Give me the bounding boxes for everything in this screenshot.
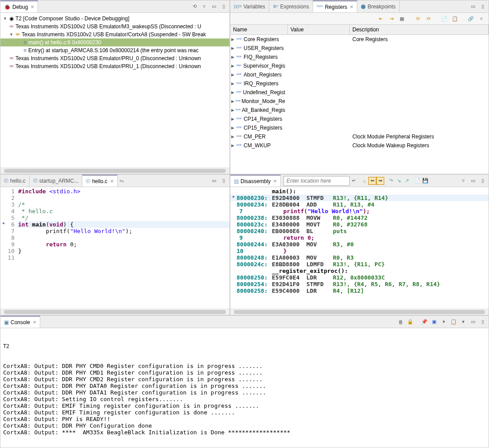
disasm-source-line[interactable]: 9 return 0; [230, 234, 489, 241]
tab-breakpoints[interactable]: ⬤Breakpoints [357, 0, 399, 12]
home-icon[interactable]: ⌂ [360, 177, 368, 185]
scrollbar-horizontal[interactable] [0, 168, 229, 174]
maximize-icon[interactable]: ▯ [479, 318, 487, 326]
maximize-icon[interactable]: ▯ [220, 3, 228, 11]
register-group-row[interactable]: ▶⁰¹⁰¹Supervisor_Regis [230, 61, 489, 70]
register-group-row[interactable]: ▶⁰¹⁰¹Undefined_Regist [230, 88, 489, 97]
debug-root[interactable]: ▼ ◉ T2 [Code Composer Studio - Device De… [0, 15, 229, 23]
disasm-instruction[interactable]: 80000258: E59C4000 LDR R4, [R12] [230, 287, 489, 294]
tree-mode-icon[interactable]: ▦ [397, 14, 406, 23]
code-line[interactable]: 1#include <stdio.h> [0, 188, 229, 195]
minimize-icon[interactable]: ▭ [210, 177, 218, 185]
disasm-source-line[interactable]: 10 } [230, 248, 489, 254]
disasm-instruction[interactable]: 80000240: EB0000E6 BL puts [230, 228, 489, 234]
editor-body[interactable]: 1#include <stdio.h>23/*4 * hello.c5 */◆6… [0, 187, 229, 309]
scrollbar-horizontal[interactable] [0, 309, 229, 315]
debug-thread-item[interactable]: ≡main() at hello.c:6 0x80000230 [0, 38, 229, 46]
expand-all-icon[interactable]: ⇥ [387, 14, 396, 23]
disasm-instruction[interactable]: ◆80000230: E92D4800 STMFD R13!, {R11, R1… [230, 195, 489, 201]
show-list-icon[interactable]: »₁ [118, 177, 126, 185]
register-group-row[interactable]: ▶⁰¹⁰¹FIQ_Registers [230, 53, 489, 61]
code-line[interactable]: 2 [0, 195, 229, 201]
disasm-instruction[interactable]: 80000244: E3A03000 MOV R3, #0 [230, 241, 489, 248]
code-line[interactable]: 11 [0, 254, 229, 261]
disasm-instruction[interactable]: 8000024c: E8BD8800 LDMFD R13!, {R11, PC} [230, 261, 489, 268]
debug-thread-item[interactable]: ⚮Texas Instruments XDS100v2 USB Emulator… [0, 62, 229, 70]
register-group-row[interactable]: ▶⁰¹⁰¹CM_WKUPClock Module Wakeup Register… [230, 141, 489, 150]
refresh-all-icon[interactable]: ⟳ [424, 14, 433, 23]
minimize-icon[interactable]: ▭ [210, 3, 218, 11]
col-value-header[interactable]: Value [288, 25, 350, 34]
register-group-row[interactable]: ▶⁰¹⁰¹IRQ_Registers [230, 79, 489, 88]
register-group-row[interactable]: ▶⁰¹⁰¹Core RegistersCore Registers [230, 35, 489, 44]
scroll-lock-icon[interactable]: 🔒 [406, 318, 414, 326]
dropdown-icon[interactable]: ▾ [459, 318, 467, 326]
editor-tab[interactable]: ⓒstartup_ARMC... [30, 175, 83, 187]
register-group-row[interactable]: ▶⁰¹⁰¹All_Banked_Regis [230, 106, 489, 115]
tab-disassembly[interactable]: ▤ Disassembly ✕ [230, 175, 281, 187]
debug-thread-item[interactable]: ⚮Texas Instruments XDS100v2 USB Emulator… [0, 54, 229, 62]
close-icon[interactable]: ✕ [110, 179, 114, 184]
dropdown-icon[interactable]: ▾ [440, 318, 448, 326]
step-over-icon[interactable]: ↷ [387, 177, 395, 185]
editor-tab[interactable]: ⓒhello.c✕ [82, 175, 118, 187]
register-group-row[interactable]: ▶⁰¹⁰¹CP14_Registers [230, 115, 489, 123]
save-icon[interactable]: 💾 [421, 177, 429, 185]
register-group-row[interactable]: ▶⁰¹⁰¹Abort_Registers [230, 70, 489, 79]
debug-reconnect-icon[interactable]: ⟲ [191, 3, 199, 11]
refresh-icon[interactable]: ⟳ [413, 14, 422, 23]
pin-icon[interactable]: 📌 [420, 318, 428, 326]
disasm-instruction[interactable]: 80000234: E28DB004 ADD R11, R13, #4 [230, 201, 489, 208]
register-group-row[interactable]: ▶⁰¹⁰¹Monitor_Mode_Re [230, 97, 489, 106]
disasm-label[interactable]: main(): [230, 188, 489, 195]
minimize-icon[interactable]: ▭ [469, 3, 477, 11]
copy-icon[interactable]: 📄 [413, 177, 421, 185]
collapse-all-icon[interactable]: ⇤ [376, 14, 385, 23]
paste-icon[interactable]: 📋 [451, 14, 459, 23]
minimize-icon[interactable]: ▭ [469, 318, 477, 326]
step-out-icon[interactable]: ↗ [403, 177, 411, 185]
step-into-icon[interactable]: ↘ [395, 177, 403, 185]
registers-body[interactable]: ▶⁰¹⁰¹Core RegistersCore Registers▶⁰¹⁰¹US… [230, 35, 489, 174]
register-group-row[interactable]: ▶⁰¹⁰¹USER_Registers [230, 44, 489, 53]
nav-back-icon[interactable]: ⬅ [368, 177, 376, 185]
disasm-source-line[interactable]: 7 printf("Hello World!\n"); [230, 208, 489, 214]
link-icon[interactable]: 🔗 [466, 14, 475, 23]
debug-tree[interactable]: ▼ ◉ T2 [Code Composer Studio - Device De… [0, 13, 229, 168]
maximize-icon[interactable]: ▯ [479, 3, 487, 11]
tab-registers[interactable]: ⁰¹⁰¹Registers✕ [313, 0, 357, 12]
col-name-header[interactable]: Name [230, 25, 288, 34]
minimize-icon[interactable]: ▭ [469, 177, 477, 185]
scrollbar-horizontal[interactable] [230, 309, 489, 315]
register-group-row[interactable]: ▶⁰¹⁰¹CP15_Registers [230, 123, 489, 132]
close-icon[interactable]: ✕ [31, 4, 34, 9]
open-console-icon[interactable]: 📋 [450, 318, 458, 326]
code-line[interactable]: 8 [0, 234, 229, 241]
console-body[interactable]: T2 CortxA8: Output: DDR PHY CMD0 Registe… [0, 328, 489, 448]
disasm-label[interactable]: __register_exitproc(): [230, 268, 489, 274]
register-group-row[interactable]: ▶⁰¹⁰¹CM_PERClock Module Peripheral Regis… [230, 132, 489, 141]
code-line[interactable]: 5 */ [0, 214, 229, 221]
location-input[interactable] [283, 176, 350, 186]
disasm-instruction[interactable]: 80000254: E92D41F0 STMFD R13!, {R4, R5, … [230, 281, 489, 287]
close-icon[interactable]: ✕ [350, 4, 353, 9]
code-line[interactable]: 3/* [0, 201, 229, 208]
debug-thread-item[interactable]: ▼⚮Texas Instruments XDS100v2 USB Emulato… [0, 31, 229, 38]
code-line[interactable]: ◆6int main(void) { [0, 221, 229, 228]
disassembly-body[interactable]: main():◆80000230: E92D4800 STMFD R13!, {… [230, 187, 489, 309]
editor-tab[interactable]: ⓒhello.c [0, 175, 30, 187]
debug-thread-item[interactable]: ⚮Texas Instruments XDS100v2 USB Emulator… [0, 23, 229, 31]
close-icon[interactable]: ✕ [273, 179, 277, 184]
code-line[interactable]: 9 return 0; [0, 241, 229, 248]
code-line[interactable]: 10} [0, 248, 229, 254]
new-watch-icon[interactable]: 📄 [440, 14, 449, 23]
maximize-icon[interactable]: ▯ [220, 177, 228, 185]
disasm-instruction[interactable]: 80000248: E1A00003 MOV R0, R3 [230, 254, 489, 261]
code-line[interactable]: 4 * hello.c [0, 208, 229, 214]
view-menu-icon[interactable]: ▿ [459, 177, 467, 185]
disasm-instruction[interactable]: 8000023c: E3480000 MOVT R0, #32768 [230, 221, 489, 228]
tab-console[interactable]: ▣ Console ✕ [0, 316, 40, 328]
disasm-instruction[interactable]: 80000238: E3030888 MOVW R0, #14472 [230, 214, 489, 221]
disasm-instruction[interactable]: 80000250: E59FC0E4 LDR R12, 0x8000033C [230, 274, 489, 281]
code-line[interactable]: 7 printf("Hello World!\n"); [0, 228, 229, 234]
